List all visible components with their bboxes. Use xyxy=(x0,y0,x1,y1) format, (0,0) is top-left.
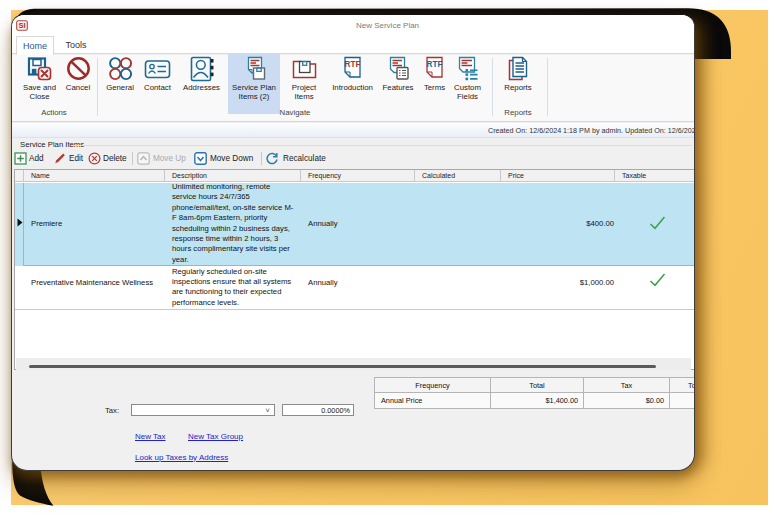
svg-text:RTF: RTF xyxy=(345,60,361,69)
svg-text:RTF: RTF xyxy=(427,60,443,69)
